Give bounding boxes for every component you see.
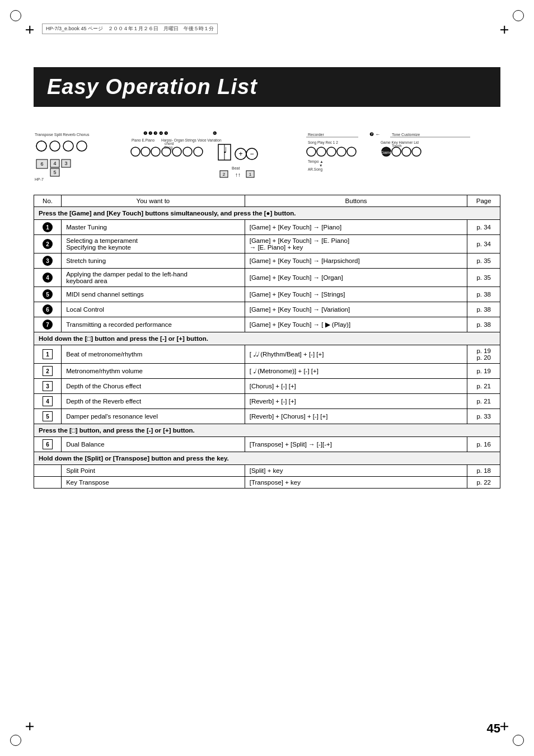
table-row: 6 Local Control [Game] + [Key Touch] → […: [34, 302, 500, 317]
section2-header-row: Hold down the [□] button and press the […: [34, 332, 500, 345]
row-buttons: [Transpose] + key: [245, 477, 467, 489]
row-want: Depth of the Chorus effect: [62, 379, 245, 394]
svg-text:Beat: Beat: [232, 166, 240, 170]
row-want: Applying the damper pedal to the left-ha…: [62, 269, 245, 287]
svg-point-50: [337, 147, 346, 156]
row-want: Stretch tuning: [62, 253, 245, 269]
svg-text:♩: ♩: [223, 145, 227, 154]
circle-num: 6: [43, 304, 53, 314]
row-buttons: [Split] + key: [245, 465, 467, 477]
row-page: p. 34: [467, 235, 500, 253]
title-section: Easy Operation List: [34, 67, 500, 107]
row-page: p. 19: [467, 364, 500, 379]
row-want: Beat of metronome/rhythm: [62, 345, 245, 364]
circle-num: 5: [43, 289, 53, 299]
circle-num: 2: [43, 239, 53, 249]
table-row: 7 Transmitting a recorded performance [G…: [34, 317, 500, 332]
header-buttons: Buttons: [245, 195, 467, 207]
row-buttons: [Game] + [Key Touch] → [E. Piano]→ [E. P…: [245, 235, 467, 253]
svg-text:2: 2: [223, 172, 226, 177]
row-page: p. 33: [467, 409, 500, 424]
svg-text:Piano  E.Piano: Piano E.Piano: [132, 138, 155, 142]
svg-point-49: [327, 147, 336, 156]
svg-point-17: [183, 147, 192, 156]
circle-num: 1: [43, 222, 53, 232]
corner-mark-br: [513, 735, 524, 746]
corner-mark-bl: [10, 735, 21, 746]
row-no: 5: [34, 409, 62, 424]
row-want: Key Transpose: [62, 477, 245, 489]
svg-text:AR.Song: AR.Song: [308, 167, 322, 172]
header-want: You want to: [62, 195, 245, 207]
row-want: Selecting a temperamentSpecifying the ke…: [62, 235, 245, 253]
svg-text:❶ ❷ ❸ ❹ ❺: ❶ ❷ ❸ ❹ ❺: [143, 131, 168, 136]
row-page: p. 35: [467, 269, 500, 287]
svg-text:❼ ←: ❼ ←: [369, 132, 381, 137]
square-num: 4: [43, 396, 53, 406]
row-buttons: [Game] + [Key Touch] → [Piano]: [245, 220, 467, 235]
table-row: 4 Depth of the Reverb effect [Reverb] + …: [34, 394, 500, 409]
page-number: 45: [487, 721, 500, 736]
header-no: No.: [34, 195, 62, 207]
svg-point-4: [77, 141, 87, 151]
row-want: Split Point: [62, 465, 245, 477]
row-buttons: [Chorus] + [-] [+]: [245, 379, 467, 394]
row-buttons: [Game] + [Key Touch] → [Harpsichord]: [245, 253, 467, 269]
table-section: No. You want to Buttons Page Press the […: [34, 195, 500, 489]
row-page: p. 38: [467, 287, 500, 302]
row-buttons: [Game] + [Key Touch] → [ ▶ (Play)]: [245, 317, 467, 332]
table-row: 3 Depth of the Chorus effect [Chorus] + …: [34, 379, 500, 394]
row-page: p. 38: [467, 317, 500, 332]
row-buttons: [Reverb] + [-] [+]: [245, 394, 467, 409]
row-page: p. 18: [467, 465, 500, 477]
row-no: 1: [34, 220, 62, 235]
svg-text:1: 1: [249, 172, 252, 177]
svg-point-59: [412, 147, 421, 156]
row-want: Local Control: [62, 302, 245, 317]
row-no: 6: [34, 437, 62, 452]
svg-text:Recorder: Recorder: [308, 133, 324, 137]
circle-num: 3: [43, 256, 53, 266]
table-row: 2 Selecting a temperamentSpecifying the …: [34, 235, 500, 253]
row-want: Depth of the Reverb effect: [62, 394, 245, 409]
table-row: 5 MIDI send channel settings [Game] + [K…: [34, 287, 500, 302]
svg-text:4: 4: [53, 161, 56, 166]
row-page: p. 19p. 20: [467, 345, 500, 364]
square-num: 6: [43, 439, 53, 449]
table-row: 5 Damper pedal's resonance level [Reverb…: [34, 409, 500, 424]
svg-point-47: [307, 147, 316, 156]
svg-text:5: 5: [53, 170, 56, 175]
row-want: Transmitting a recorded performance: [62, 317, 245, 332]
row-want: MIDI send channel settings: [62, 287, 245, 302]
section3-header-row: Press the [□] button, and press the [-] …: [34, 424, 500, 437]
row-no: [34, 465, 62, 477]
circle-num: 7: [43, 320, 53, 330]
row-page: p. 16: [467, 437, 500, 452]
row-buttons: [Game] + [Key Touch] → [Organ]: [245, 269, 467, 287]
corner-mark-tr: [513, 10, 524, 21]
circle-num: 4: [43, 273, 53, 283]
svg-text:HP-7: HP-7: [35, 177, 44, 181]
svg-point-3: [63, 141, 73, 151]
row-buttons: [Game] + [Key Touch] → [Strings]: [245, 287, 467, 302]
row-want: Damper pedal's resonance level: [62, 409, 245, 424]
svg-text:3: 3: [64, 161, 67, 166]
square-num: 5: [43, 411, 53, 421]
svg-point-5: [36, 141, 46, 151]
row-no: 5: [34, 287, 62, 302]
svg-point-16: [172, 147, 181, 156]
square-num: 3: [43, 381, 53, 391]
section2-header-text: Hold down the [□] button and press the […: [34, 332, 500, 345]
section1-header-text: Press the [Game] and [Key Touch] buttons…: [34, 207, 500, 220]
keyboard-svg: Transpose Split Reverb Chorus ❶ ❷ ❸ ❹ ❺ …: [34, 130, 500, 184]
section4-header-row: Hold down the [Split] or [Transpose] but…: [34, 452, 500, 465]
svg-point-13: [141, 147, 150, 156]
svg-text:Game: Game: [381, 151, 391, 154]
row-no: 7: [34, 317, 62, 332]
row-buttons: [Reverb] + [Chorus] + [-] [+]: [245, 409, 467, 424]
svg-point-18: [194, 147, 203, 156]
svg-text:6: 6: [40, 161, 43, 167]
row-no: 2: [34, 235, 62, 253]
row-no: 6: [34, 302, 62, 317]
row-want: Master Tuning: [62, 220, 245, 235]
